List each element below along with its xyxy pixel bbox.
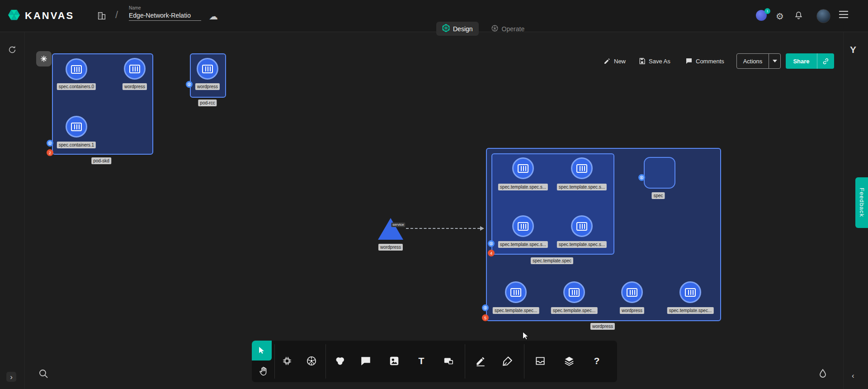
container-node-bottom-3[interactable] [679,281,701,303]
zoom-search-button[interactable] [38,368,49,379]
group-label-spec-template: spec.template.spec [531,257,573,264]
annotate-tool-button[interactable] [499,352,517,370]
notifications-bell-button[interactable] [794,11,803,20]
hamburger-menu-button[interactable] [839,11,848,18]
comments-button[interactable]: Comments [685,53,724,69]
pen-icon [502,355,514,367]
ink-theme-button[interactable] [817,368,828,379]
node-label: wordpress [378,244,403,251]
canvas-widget-button[interactable] [36,51,52,66]
kubernetes-wheel-icon [640,176,644,180]
tab-design[interactable]: Design [436,22,479,36]
group-spec-template-spec[interactable] [491,153,614,255]
help-tool-button[interactable]: ? [588,352,606,370]
dock-divider [465,344,465,379]
actions-button[interactable]: Actions [736,53,781,69]
container-node-bottom-2[interactable] [621,281,643,303]
layer5-y-logo[interactable]: Y [850,44,856,55]
pan-tool-button[interactable] [255,362,273,380]
gear-icon: ⚙ [776,11,784,22]
text-tool-button[interactable]: T [412,352,430,370]
container-icon [518,164,528,173]
user-avatar[interactable] [816,9,830,23]
extension-token-button[interactable]: 1 [756,10,769,24]
kubernetes-badge[interactable] [482,304,489,311]
cloud-sync-icon[interactable]: ☁ [209,11,218,22]
edge-arrowhead [480,226,484,231]
dock-divider [524,344,524,379]
tab-operate[interactable]: Operate [485,22,531,36]
comments-button-label: Comments [696,58,724,65]
new-button[interactable]: New [604,53,626,69]
container-node-bottom-1[interactable] [563,281,585,303]
node-label: spec.template.spec... [667,307,714,314]
tab-design-label: Design [453,25,473,33]
node-shape-tool-button[interactable] [439,352,458,370]
node-label: spec.template.spec.s... [557,184,607,190]
container-icon [576,222,587,231]
feedback-tab[interactable]: Feedback [855,177,868,228]
hamburger-icon [839,11,848,18]
container-node-wordpress-2[interactable] [197,58,218,80]
kubernetes-badge[interactable] [488,240,495,247]
actions-button-label: Actions [737,54,769,68]
node-label: spec.containers.1 [57,142,96,148]
mode-tabs: Design Operate [436,22,530,36]
layers-tool-button[interactable] [560,352,578,370]
media-tool-button[interactable] [385,352,403,370]
child-count-badge[interactable]: 5 [482,314,489,321]
container-node-bottom-0[interactable] [505,281,527,303]
history-sync-button[interactable] [7,45,17,55]
pencil-icon [604,57,611,65]
child-count-badge[interactable]: 2 [47,149,53,156]
child-count-badge[interactable]: 4 [488,250,495,256]
breadcrumb-separator: / [115,9,118,21]
actions-dropdown-toggle[interactable] [769,54,780,68]
shapes-icon [334,355,346,367]
kubernetes-tool-button[interactable] [302,352,321,370]
comment-icon [360,355,372,367]
kanvas-logo[interactable]: KANVAS [7,8,74,24]
workspace-icon[interactable] [97,11,107,21]
expand-left-panel-button[interactable]: › [6,372,16,382]
empty-node-spec[interactable] [644,157,675,189]
node-label: wordpress [123,83,147,90]
design-name-input[interactable] [129,10,201,21]
select-tool-button[interactable] [252,341,272,361]
copy-link-button[interactable] [817,53,834,69]
chevron-left-icon: ‹ [852,372,854,380]
node-label: spec.template.spec... [551,307,598,314]
save-as-button[interactable]: Save As [638,53,670,69]
container-node-template-2[interactable] [512,215,534,237]
operate-mode-icon [491,24,499,33]
text-tool-icon: T [419,356,425,366]
comment-tool-button[interactable] [357,352,375,370]
container-node-template-1[interactable] [571,157,593,179]
container-node-spec-containers-0[interactable] [66,58,87,80]
kubernetes-badge[interactable] [186,81,193,88]
kubernetes-wheel-icon [489,242,493,246]
shapes-tool-button[interactable] [331,352,349,370]
container-node-template-3[interactable] [571,215,593,237]
components-tool-button[interactable] [278,352,296,370]
share-button[interactable]: Share [786,53,834,69]
node-label: spec.template.spec.s... [498,184,548,190]
node-label: wordpress [620,307,644,314]
kubernetes-badge[interactable] [638,174,645,181]
circuit-chip-icon [281,355,293,367]
settings-gear-button[interactable]: ⚙ [776,11,784,22]
caret-down-icon [773,60,777,62]
kubernetes-badge[interactable] [47,140,53,147]
collapse-right-panel-button[interactable]: ‹ [852,372,854,380]
import-drawer-tool-button[interactable] [531,352,549,370]
container-node-template-0[interactable] [512,157,534,179]
draw-freehand-tool-button[interactable] [472,352,490,370]
magnifier-icon [38,368,49,379]
container-icon [518,222,528,231]
node-label: spec.template.spec.s... [557,241,607,248]
service-node-wordpress[interactable] [378,218,403,240]
container-node-spec-containers-1[interactable] [66,116,87,138]
edge-service-to-deployment[interactable] [406,228,480,229]
cursor-arrow-icon [257,346,266,355]
container-node-wordpress-1[interactable] [124,58,146,80]
